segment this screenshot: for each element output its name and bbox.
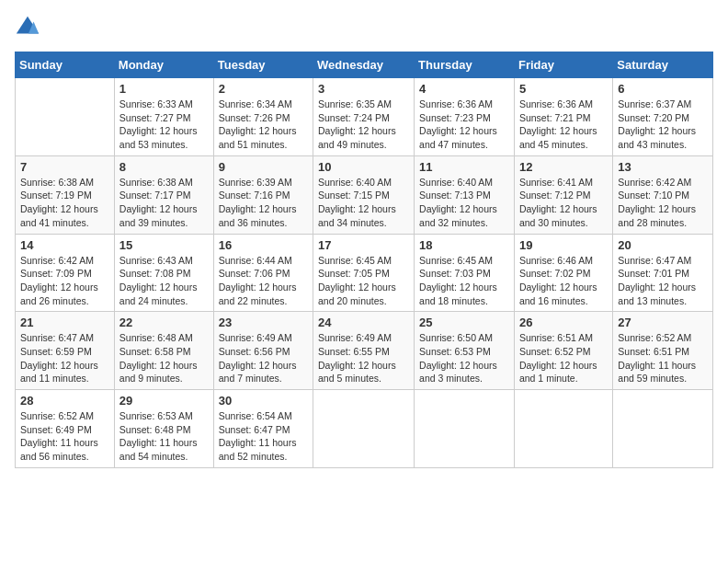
- day-number: 5: [519, 82, 608, 96]
- day-info: Sunrise: 6:35 AM Sunset: 7:24 PM Dayligh…: [318, 98, 409, 152]
- day-cell: 4Sunrise: 6:36 AM Sunset: 7:23 PM Daylig…: [415, 78, 515, 156]
- page-header: [15, 15, 713, 40]
- day-number: 15: [119, 238, 209, 252]
- week-row-5: 28Sunrise: 6:52 AM Sunset: 6:49 PM Dayli…: [16, 390, 713, 468]
- day-info: Sunrise: 6:51 AM Sunset: 6:52 PM Dayligh…: [519, 331, 608, 385]
- day-info: Sunrise: 6:36 AM Sunset: 7:23 PM Dayligh…: [419, 98, 509, 152]
- day-number: 14: [20, 238, 109, 252]
- day-info: Sunrise: 6:34 AM Sunset: 7:26 PM Dayligh…: [219, 98, 308, 152]
- day-cell: [514, 390, 612, 468]
- day-number: 24: [318, 316, 409, 329]
- day-info: Sunrise: 6:45 AM Sunset: 7:05 PM Dayligh…: [318, 254, 409, 308]
- day-cell: 30Sunrise: 6:54 AM Sunset: 6:47 PM Dayli…: [213, 390, 313, 468]
- day-cell: 2Sunrise: 6:34 AM Sunset: 7:26 PM Daylig…: [213, 78, 313, 156]
- day-cell: 13Sunrise: 6:42 AM Sunset: 7:10 PM Dayli…: [613, 155, 713, 234]
- logo: [15, 15, 44, 40]
- day-info: Sunrise: 6:50 AM Sunset: 6:53 PM Dayligh…: [419, 331, 509, 385]
- day-info: Sunrise: 6:39 AM Sunset: 7:16 PM Dayligh…: [219, 176, 308, 230]
- day-info: Sunrise: 6:42 AM Sunset: 7:09 PM Dayligh…: [20, 254, 109, 308]
- day-number: 8: [119, 160, 209, 174]
- day-number: 4: [419, 82, 509, 96]
- day-info: Sunrise: 6:40 AM Sunset: 7:15 PM Dayligh…: [318, 176, 409, 230]
- day-info: Sunrise: 6:38 AM Sunset: 7:19 PM Dayligh…: [20, 176, 109, 230]
- day-info: Sunrise: 6:49 AM Sunset: 6:56 PM Dayligh…: [219, 331, 308, 385]
- day-number: 30: [219, 394, 308, 408]
- header-wednesday: Wednesday: [313, 52, 415, 78]
- day-number: 16: [219, 238, 308, 252]
- header-friday: Friday: [514, 52, 612, 78]
- day-info: Sunrise: 6:38 AM Sunset: 7:17 PM Dayligh…: [119, 176, 209, 230]
- day-cell: 19Sunrise: 6:46 AM Sunset: 7:02 PM Dayli…: [514, 234, 612, 312]
- day-cell: 25Sunrise: 6:50 AM Sunset: 6:53 PM Dayli…: [415, 312, 515, 390]
- day-number: 2: [219, 82, 308, 96]
- day-cell: 23Sunrise: 6:49 AM Sunset: 6:56 PM Dayli…: [213, 312, 313, 390]
- day-cell: 16Sunrise: 6:44 AM Sunset: 7:06 PM Dayli…: [213, 234, 313, 312]
- day-number: 17: [318, 238, 409, 252]
- day-number: 20: [618, 238, 708, 252]
- day-info: Sunrise: 6:48 AM Sunset: 6:58 PM Dayligh…: [119, 331, 209, 385]
- day-number: 18: [419, 238, 509, 252]
- day-number: 23: [219, 316, 308, 329]
- day-number: 19: [519, 238, 608, 252]
- day-info: Sunrise: 6:49 AM Sunset: 6:55 PM Dayligh…: [318, 331, 409, 385]
- day-number: 21: [20, 316, 109, 329]
- day-number: 9: [219, 160, 308, 174]
- week-row-1: 1Sunrise: 6:33 AM Sunset: 7:27 PM Daylig…: [16, 78, 713, 156]
- header-sunday: Sunday: [16, 52, 115, 78]
- day-cell: 15Sunrise: 6:43 AM Sunset: 7:08 PM Dayli…: [114, 234, 213, 312]
- day-info: Sunrise: 6:47 AM Sunset: 7:01 PM Dayligh…: [618, 254, 708, 308]
- calendar-body: 1Sunrise: 6:33 AM Sunset: 7:27 PM Daylig…: [16, 78, 713, 468]
- day-info: Sunrise: 6:54 AM Sunset: 6:47 PM Dayligh…: [219, 409, 308, 464]
- day-number: 12: [519, 160, 608, 174]
- day-cell: 28Sunrise: 6:52 AM Sunset: 6:49 PM Dayli…: [16, 390, 115, 468]
- day-info: Sunrise: 6:41 AM Sunset: 7:12 PM Dayligh…: [519, 176, 608, 230]
- day-cell: 3Sunrise: 6:35 AM Sunset: 7:24 PM Daylig…: [313, 78, 415, 156]
- day-cell: [313, 390, 415, 468]
- day-info: Sunrise: 6:42 AM Sunset: 7:10 PM Dayligh…: [618, 176, 708, 230]
- day-cell: 20Sunrise: 6:47 AM Sunset: 7:01 PM Dayli…: [613, 234, 713, 312]
- day-cell: 5Sunrise: 6:36 AM Sunset: 7:21 PM Daylig…: [514, 78, 612, 156]
- day-number: 11: [419, 160, 509, 174]
- day-info: Sunrise: 6:45 AM Sunset: 7:03 PM Dayligh…: [419, 254, 509, 308]
- day-info: Sunrise: 6:43 AM Sunset: 7:08 PM Dayligh…: [119, 254, 209, 308]
- day-number: 7: [20, 160, 109, 174]
- day-number: 25: [419, 316, 509, 329]
- day-cell: [613, 390, 713, 468]
- week-row-2: 7Sunrise: 6:38 AM Sunset: 7:19 PM Daylig…: [16, 155, 713, 234]
- day-number: 29: [119, 394, 209, 408]
- day-info: Sunrise: 6:40 AM Sunset: 7:13 PM Dayligh…: [419, 176, 509, 230]
- day-cell: 6Sunrise: 6:37 AM Sunset: 7:20 PM Daylig…: [613, 78, 713, 156]
- calendar-header: SundayMondayTuesdayWednesdayThursdayFrid…: [16, 52, 713, 78]
- day-number: 26: [519, 316, 608, 329]
- day-cell: [16, 78, 115, 156]
- week-row-3: 14Sunrise: 6:42 AM Sunset: 7:09 PM Dayli…: [16, 234, 713, 312]
- day-cell: 29Sunrise: 6:53 AM Sunset: 6:48 PM Dayli…: [114, 390, 213, 468]
- day-info: Sunrise: 6:33 AM Sunset: 7:27 PM Dayligh…: [119, 98, 209, 152]
- day-cell: [415, 390, 515, 468]
- day-cell: 11Sunrise: 6:40 AM Sunset: 7:13 PM Dayli…: [415, 155, 515, 234]
- day-cell: 8Sunrise: 6:38 AM Sunset: 7:17 PM Daylig…: [114, 155, 213, 234]
- header-monday: Monday: [114, 52, 213, 78]
- day-cell: 26Sunrise: 6:51 AM Sunset: 6:52 PM Dayli…: [514, 312, 612, 390]
- day-number: 6: [618, 82, 708, 96]
- day-cell: 10Sunrise: 6:40 AM Sunset: 7:15 PM Dayli…: [313, 155, 415, 234]
- logo-icon: [15, 15, 40, 40]
- day-info: Sunrise: 6:44 AM Sunset: 7:06 PM Dayligh…: [219, 254, 308, 308]
- day-info: Sunrise: 6:53 AM Sunset: 6:48 PM Dayligh…: [119, 409, 209, 464]
- day-number: 27: [618, 316, 708, 329]
- day-cell: 27Sunrise: 6:52 AM Sunset: 6:51 PM Dayli…: [613, 312, 713, 390]
- day-cell: 1Sunrise: 6:33 AM Sunset: 7:27 PM Daylig…: [114, 78, 213, 156]
- header-tuesday: Tuesday: [213, 52, 313, 78]
- day-cell: 24Sunrise: 6:49 AM Sunset: 6:55 PM Dayli…: [313, 312, 415, 390]
- day-info: Sunrise: 6:52 AM Sunset: 6:51 PM Dayligh…: [618, 331, 708, 385]
- day-number: 28: [20, 394, 109, 408]
- calendar-table: SundayMondayTuesdayWednesdayThursdayFrid…: [15, 52, 713, 468]
- day-cell: 22Sunrise: 6:48 AM Sunset: 6:58 PM Dayli…: [114, 312, 213, 390]
- day-cell: 9Sunrise: 6:39 AM Sunset: 7:16 PM Daylig…: [213, 155, 313, 234]
- day-cell: 7Sunrise: 6:38 AM Sunset: 7:19 PM Daylig…: [16, 155, 115, 234]
- day-cell: 21Sunrise: 6:47 AM Sunset: 6:59 PM Dayli…: [16, 312, 115, 390]
- day-number: 3: [318, 82, 409, 96]
- day-number: 10: [318, 160, 409, 174]
- day-info: Sunrise: 6:52 AM Sunset: 6:49 PM Dayligh…: [20, 409, 109, 464]
- header-thursday: Thursday: [415, 52, 515, 78]
